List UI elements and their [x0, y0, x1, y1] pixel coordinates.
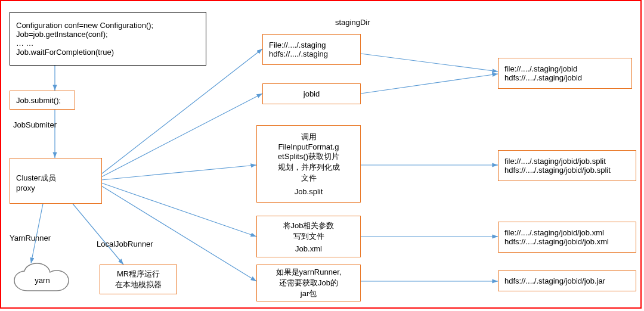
xml-box: 将Job相关参数 写到文件 Job.xml: [256, 216, 361, 257]
text: hdfs://..../.staging/jobid: [504, 73, 626, 82]
text: jobid: [304, 89, 320, 98]
staging-dir-label: stagingDir: [335, 18, 370, 27]
text: proxy: [16, 184, 35, 192]
text: 文件: [301, 173, 317, 184]
text: 将Job相关参数: [283, 220, 335, 231]
text: jar包: [301, 288, 317, 299]
output-jar-box: hdfs://..../.staging/jobid/job.jar: [498, 270, 636, 291]
svg-line-4: [101, 49, 262, 174]
text: file://..../.staging/jobid/job.xml: [504, 228, 630, 237]
text: hdfs://..../.staging/jobid/job.xml: [504, 237, 630, 246]
output-split-box: file://..../.staging/jobid/job.split hdf…: [498, 150, 636, 181]
code-line: Job=job.getInstance(conf);: [16, 30, 200, 39]
yarn-cloud: yarn: [10, 262, 75, 298]
staging-box: File://..../.staging hdfs://..../.stagin…: [262, 34, 361, 65]
svg-line-7: [101, 183, 256, 237]
text: MR程序运行: [117, 269, 160, 279]
code-line: … …: [16, 39, 200, 48]
output-xml-box: file://..../.staging/jobid/job.xml hdfs:…: [498, 222, 636, 253]
job-submiter-label: JobSubmiter: [13, 120, 57, 129]
text: 在本地模拟器: [115, 279, 162, 290]
diagram-frame: Configuration conf=new Configuration(); …: [0, 0, 642, 309]
svg-line-10: [361, 74, 498, 94]
jobid-box: jobid: [262, 83, 361, 104]
text: etSplits()获取切片: [278, 151, 339, 162]
text: Job.split: [295, 187, 323, 196]
yarn-runner-label: YarnRunner: [10, 234, 51, 242]
text: 还需要获取Job的: [279, 278, 338, 288]
text: Cluster成员: [16, 173, 56, 184]
svg-line-3: [73, 204, 123, 265]
text: hdfs://..../.staging: [269, 49, 354, 58]
text: Job.xml: [295, 244, 322, 253]
job-submit-box: Job.submit();: [10, 91, 75, 110]
text: hdfs://..../.staging/jobid/job.jar: [504, 276, 630, 285]
cluster-proxy-box: Cluster成员 proxy: [10, 158, 102, 204]
code-snippet-box: Configuration conf=new Configuration(); …: [10, 12, 206, 66]
svg-line-6: [101, 165, 256, 180]
text: 如果是yarnRunner,: [276, 267, 342, 278]
svg-line-9: [361, 54, 498, 71]
local-job-runner-label: LocalJobRunner: [97, 240, 153, 248]
jar-box: 如果是yarnRunner, 还需要获取Job的 jar包: [256, 265, 361, 301]
text: 写到文件: [293, 231, 324, 242]
yarn-cloud-label: yarn: [10, 262, 75, 298]
text: file://..../.staging/jobid: [504, 64, 626, 73]
mr-local-box: MR程序运行 在本地模拟器: [100, 265, 177, 294]
text: FileInputFormat.g: [278, 142, 339, 151]
text: file://..../.staging/jobid/job.split: [504, 157, 630, 166]
text: hdfs://..../.staging/jobid/job.split: [504, 166, 630, 175]
text: 规划，并序列化成: [278, 162, 340, 173]
text: 调用: [301, 132, 317, 142]
code-line: Job.waitForCompletion(true): [16, 48, 200, 57]
text: File://..../.staging: [269, 41, 354, 49]
output-jobid-box: file://..../.staging/jobid hdfs://..../.…: [498, 58, 632, 89]
splits-box: 调用 FileInputFormat.g etSplits()获取切片 规划，并…: [256, 125, 361, 203]
svg-line-5: [101, 94, 262, 177]
code-line: Configuration conf=new Configuration();: [16, 21, 200, 30]
text: Job.submit();: [16, 96, 69, 105]
